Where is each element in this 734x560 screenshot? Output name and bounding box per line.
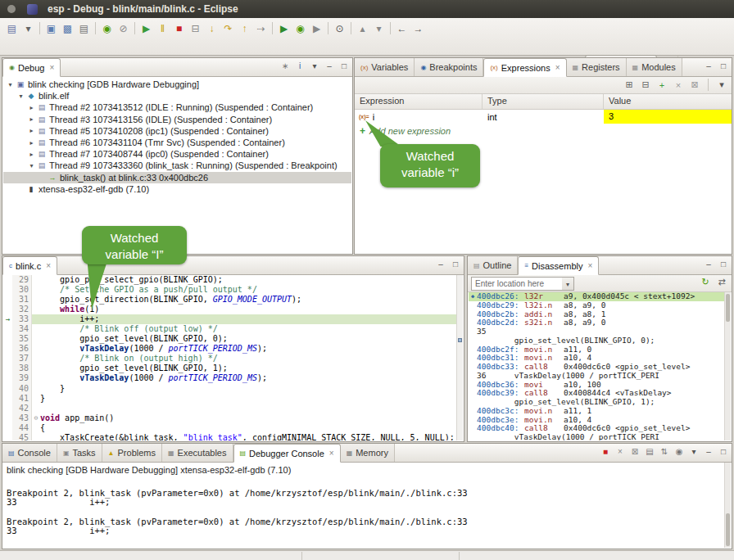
location-input[interactable]: Enter location here: [471, 277, 563, 291]
terminate-icon[interactable]: ■: [171, 20, 187, 36]
code-line[interactable]: 41}: [3, 394, 456, 404]
collapse-arrow-icon[interactable]: ▾: [6, 81, 15, 88]
debug-tree-item[interactable]: ▾▣blink checking [GDB Hardware Debugging…: [3, 79, 351, 90]
skip-breakpoints-icon[interactable]: ⊘: [116, 20, 131, 36]
tab-variables[interactable]: (x)Variables: [355, 58, 415, 76]
tab-blink-c[interactable]: cblink.c×: [2, 256, 57, 275]
remove-launch-icon[interactable]: ×: [614, 447, 626, 456]
add-new-expression-row[interactable]: +Add new expression: [355, 124, 732, 138]
expand-arrow-icon[interactable]: ▸: [27, 151, 36, 158]
scrollbar-thumb[interactable]: [726, 294, 730, 322]
tab-close-icon[interactable]: ×: [329, 449, 334, 458]
terminate-console-icon[interactable]: ■: [600, 447, 611, 456]
tab-debugger-console[interactable]: ▤Debugger Console×: [233, 444, 341, 463]
debug-tree-item[interactable]: ▸▤Thread #7 1073408744 (ipc0) (Suspended…: [3, 148, 351, 160]
gear-icon[interactable]: ∗: [279, 61, 291, 70]
search-icon[interactable]: ⊙: [332, 20, 347, 36]
step-over-icon[interactable]: ↷: [220, 20, 236, 36]
collapse-arrow-icon[interactable]: ▾: [27, 162, 36, 169]
debug-tree-item[interactable]: ▾▤Thread #9 1073433360 (blink_task : Run…: [3, 160, 351, 171]
tab-console[interactable]: ▤Console: [2, 444, 57, 462]
disassembly-listing[interactable]: ◆400dbc26:l32ra9, 0x400d045c < stext+109…: [469, 292, 724, 440]
column-header-type[interactable]: Type: [483, 94, 604, 109]
tab-debug[interactable]: ◉Debug×: [2, 58, 61, 77]
code-line[interactable]: 34 /* Blink off (output low) */: [3, 324, 456, 334]
code-line[interactable]: 37 /* Blink on (output high) */: [3, 354, 456, 364]
external-tools-icon[interactable]: ▶: [309, 20, 324, 36]
debug-tree-item[interactable]: ▸▤Thread #6 1073431104 (Tmr Svc) (Suspen…: [3, 137, 351, 148]
tab-close-icon[interactable]: ×: [49, 63, 54, 72]
debug-config-icon[interactable]: ◉: [99, 20, 115, 36]
step-return-icon[interactable]: ↑: [237, 20, 252, 36]
step-into-icon[interactable]: ↓: [204, 20, 220, 36]
new-icon[interactable]: ▤: [4, 20, 20, 36]
tab-memory[interactable]: ▦Memory: [341, 444, 395, 462]
disassembly-line[interactable]: 400dbc2d:s32i.na8, a9, 0: [469, 318, 724, 327]
remove-all-launches-icon[interactable]: ⊠: [629, 447, 641, 456]
maximize-icon[interactable]: □: [450, 260, 461, 269]
clear-console-icon[interactable]: ▤: [644, 447, 655, 456]
tab-breakpoints[interactable]: ◉Breakpoints: [415, 58, 483, 76]
minimize-icon[interactable]: –: [324, 61, 335, 70]
add-expression-icon[interactable]: +: [656, 80, 668, 90]
column-header-expression[interactable]: Expression: [355, 94, 483, 109]
disassembly-line[interactable]: 400dbc29:l32i.na8, a9, 0: [469, 301, 724, 310]
annotation-prev-icon[interactable]: ▴: [355, 20, 370, 36]
debug-tree-item[interactable]: ▮xtensa-esp32-elf-gdb (7.10): [3, 183, 351, 195]
view-menu-icon[interactable]: ▾: [716, 79, 727, 90]
location-dropdown-icon[interactable]: ▾: [562, 277, 574, 291]
code-line[interactable]: 32 while(1): [3, 305, 456, 314]
collapse-arrow-icon[interactable]: ▾: [16, 93, 25, 100]
maximize-icon[interactable]: □: [338, 61, 350, 70]
run-icon[interactable]: ▶: [276, 20, 292, 36]
expand-arrow-icon[interactable]: ▸: [27, 139, 36, 147]
forward-icon[interactable]: →: [410, 20, 426, 36]
collapse-all-icon[interactable]: ⊟: [640, 79, 651, 90]
disconnect-icon[interactable]: ⊟: [188, 20, 203, 36]
debug-tree-item[interactable]: ▸▤Thread #5 1073410208 (ipc1) (Suspended…: [3, 125, 351, 137]
console-scrollbar[interactable]: [724, 463, 731, 548]
debug-tree-item[interactable]: ▸▤Thread #2 1073413512 (IDLE : Running) …: [3, 102, 351, 113]
expression-row[interactable]: (x)=iint3: [355, 110, 732, 124]
fold-collapse-icon[interactable]: ⊖: [32, 413, 40, 423]
code-line[interactable]: 38 gpio_set_level(BLINK_GPIO, 1);: [3, 364, 456, 373]
scrollbar-thumb[interactable]: [726, 513, 730, 546]
remove-all-expressions-icon[interactable]: ⊠: [689, 79, 700, 90]
code-line[interactable]: 40 }: [3, 384, 456, 394]
scroll-lock-icon[interactable]: ⇅: [659, 447, 670, 456]
new-dropdown-icon[interactable]: ▾: [20, 20, 36, 36]
debug-tree-item[interactable]: →blink_task() at blink.c:33 0x400dbc26: [3, 172, 351, 183]
debug-tree-item[interactable]: ▸▤Thread #3 1073413156 (IDLE) (Suspended…: [3, 114, 351, 125]
refresh-icon[interactable]: ↻: [700, 277, 711, 287]
code-line[interactable]: 36 vTaskDelay(1000 / portTICK_PERIOD_MS)…: [3, 344, 456, 354]
code-line[interactable]: 42: [3, 404, 456, 413]
maximize-icon[interactable]: □: [718, 447, 729, 456]
tab-modules[interactable]: ▦Modules: [627, 58, 682, 76]
debug-tree-item[interactable]: ▾◆blink.elf: [3, 90, 351, 102]
maximize-icon[interactable]: □: [718, 260, 729, 269]
tab-close-icon[interactable]: ×: [46, 261, 51, 270]
expand-arrow-icon[interactable]: ▸: [27, 115, 36, 123]
code-line[interactable]: 43⊖void app_main(): [3, 413, 456, 423]
view-info-icon[interactable]: i: [294, 61, 306, 70]
code-line[interactable]: 31 gpio_set_direction(BLINK_GPIO, GPIO_M…: [3, 295, 456, 305]
pin-console-icon[interactable]: ◉: [673, 447, 685, 456]
save-icon[interactable]: ▣: [43, 20, 59, 36]
code-line[interactable]: 29 gpio_pad_select_gpio(BLINK_GPIO);: [3, 275, 456, 285]
tab-close-icon[interactable]: ×: [587, 261, 592, 270]
code-editor[interactable]: 29 gpio_pad_select_gpio(BLINK_GPIO);30 /…: [3, 275, 456, 440]
window-menu-icon[interactable]: [7, 5, 16, 13]
column-header-value[interactable]: Value: [604, 94, 732, 109]
minimize-icon[interactable]: –: [435, 260, 446, 269]
tab-close-icon[interactable]: ×: [555, 63, 560, 72]
sync-icon[interactable]: ⇄: [716, 277, 727, 287]
code-line[interactable]: 39 vTaskDelay(1000 / portTICK_PERIOD_MS)…: [3, 373, 456, 383]
console-menu-icon[interactable]: ▾: [688, 447, 700, 456]
expand-arrow-icon[interactable]: ▸: [27, 127, 36, 134]
code-line[interactable]: 45 xTaskCreate(&blink_task, "blink_task"…: [3, 433, 456, 440]
disassembly-line[interactable]: vTaskDelay(1000 / portTICK_PERI: [469, 433, 724, 440]
tab-disassembly[interactable]: ≡Disassembly×: [518, 256, 599, 275]
code-line[interactable]: 44{: [3, 423, 456, 433]
code-line[interactable]: 30 /* Set the GPIO as a push/pull output…: [3, 285, 456, 295]
debug-icon[interactable]: ◉: [292, 20, 308, 36]
